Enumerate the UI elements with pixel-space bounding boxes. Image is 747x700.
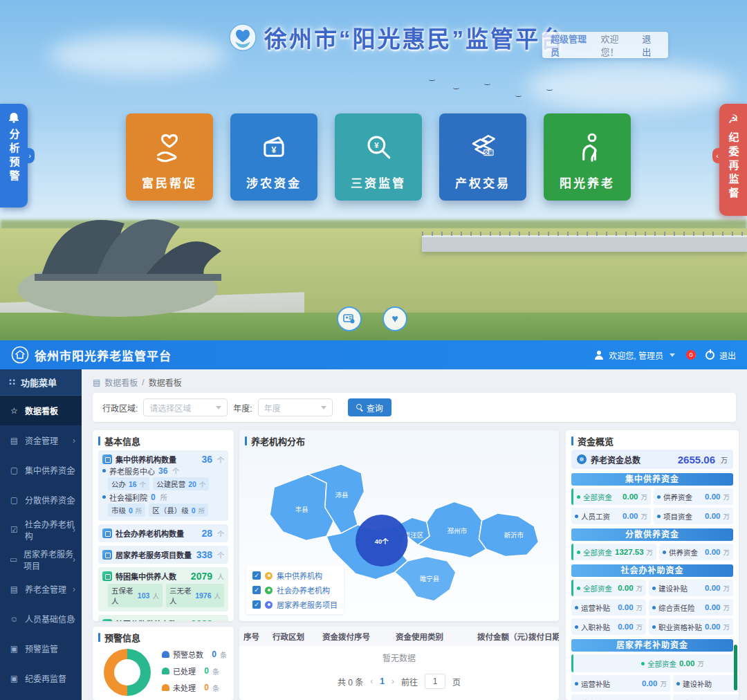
district-label: 丰县 — [295, 506, 308, 513]
tile-fumin-bangcu[interactable]: 富民帮促 — [126, 113, 213, 201]
funds-table-panel: 序号 行政区划 资金拨付序号 资金使用类别 拨付金额（元） 拨付日期 暂无数据 … — [239, 627, 559, 700]
bullet-icon — [575, 606, 578, 609]
district-label: 新沂市 — [504, 531, 524, 539]
land-trade-icon: 交易 — [463, 128, 502, 167]
search-button[interactable]: 查询 — [348, 398, 391, 416]
tile-sanzi-jianguan[interactable]: ¥ 三资监管 — [335, 113, 422, 201]
district-label: 睢宁县 — [420, 575, 439, 582]
header-welcome[interactable]: 欢迎您, 管理员 — [609, 349, 663, 361]
sidebar-item-centralized-funds[interactable]: ▢ 集中供养资金 › — [0, 455, 82, 485]
sidebar-item-dashboard[interactable]: ☆ 数据看板 — [0, 396, 82, 425]
bell-icon — [162, 684, 169, 691]
building-icon — [102, 528, 112, 538]
chevron-left-icon: ‹ — [712, 148, 722, 163]
chevron-down-icon — [216, 406, 221, 409]
hero-platform-title: 徐州市“阳光惠民”监管平台 — [264, 21, 565, 54]
bird — [429, 77, 435, 81]
main-content: ▤ 数据看板 / 数据看板 行政区域: 请选择区域 年度: 年度 查询 基本信息 — [82, 369, 747, 700]
discipline-supervision-tab[interactable]: ☭ 纪委再监督 ‹ — [719, 104, 747, 216]
bullet-icon — [652, 606, 656, 609]
legend-social-institutions[interactable]: 社会办养老机构 — [252, 584, 338, 596]
bullet-icon — [641, 662, 645, 665]
bullet-icon — [657, 515, 661, 518]
next-page-button[interactable]: › — [391, 676, 394, 686]
warning-panel-title: 预警信息 — [104, 631, 140, 644]
magnifier-yuan-icon: ¥ — [359, 128, 398, 167]
bird — [484, 82, 490, 85]
sidebar-item-file-library[interactable]: ▢ 文件库 — [0, 693, 82, 700]
bird — [453, 86, 459, 89]
sidebar-item-warning-supervision[interactable]: ▣ 预警监管 — [0, 634, 82, 663]
chevron-right-icon: › — [73, 555, 75, 564]
sidebar-item-pension-mgmt[interactable]: ▤ 养老金管理 › — [0, 574, 82, 604]
section-header-homecare-subsidy: 居家养老补助资金 — [571, 639, 733, 652]
page: 徐州市“阳光惠民”监管平台 超级管理员 欢迎您！ 退出 富民帮促 ¥ — [0, 0, 747, 700]
panel-scrollbar-thumb[interactable] — [734, 645, 737, 690]
filter-bar: 行政区域: 请选择区域 年度: 年度 查询 — [93, 393, 736, 422]
legend-homecare-projects[interactable]: 居家养老服务项目 — [252, 599, 338, 610]
analysis-warning-tab[interactable]: 分析预警 › — [0, 104, 28, 208]
district-label: 沛县 — [335, 491, 349, 499]
hero-user-role: 超级管理员 — [551, 32, 596, 58]
chevron-right-icon: › — [73, 614, 75, 624]
region-filter-label: 行政区域: — [102, 402, 138, 414]
goto-label: 前往 — [401, 676, 418, 688]
stat-chip: 市级0所 — [108, 504, 145, 517]
checkbox-checked-icon[interactable] — [252, 600, 261, 609]
prev-page-button[interactable]: ‹ — [370, 676, 373, 686]
building-icon — [102, 454, 112, 464]
user-avatar-icon — [594, 351, 604, 360]
goto-page-input[interactable] — [425, 674, 445, 689]
elderly-person-icon — [568, 128, 607, 167]
year-select[interactable]: 年度 — [258, 398, 333, 416]
tile-chanquan-jiaoyi[interactable]: 交易 产权交易 — [439, 113, 526, 201]
heart-hands-icon: ♥ — [391, 313, 398, 324]
bell-icon — [8, 112, 20, 123]
fund-item: 政府购买居家服务0.00万 — [571, 694, 670, 700]
bridge — [422, 235, 747, 252]
fund-item: 供养资金0.00万 — [659, 544, 733, 560]
warning-info-panel: 预警信息 预警总数 0 条 已处理 0 条 — [93, 627, 234, 700]
checkbox-checked-icon[interactable] — [252, 586, 261, 594]
logout-button[interactable]: 退出 — [719, 349, 736, 361]
fund-item: 运营补贴0.00万 — [571, 675, 670, 692]
sidebar-item-home-care-projects[interactable]: ▭ 居家养老服务项目 › — [0, 544, 82, 574]
sidebar: ∷ 功能菜单 ☆ 数据看板 ▤ 资金管理 › ▢ 集中供养资金 › ▢ 分散供养… — [0, 369, 82, 700]
wallet-yuan-icon: ¥ — [255, 128, 293, 167]
hero-quick-icons: ♥ — [337, 306, 407, 331]
title-bar — [98, 436, 100, 445]
stat-card-centralized-institutions: 集中供养机构数量 36 个 养老服务中心 36 个 公办16个 公建民营20个 — [98, 450, 228, 521]
checkbox-checked-icon[interactable] — [252, 571, 261, 580]
id-card-button[interactable] — [337, 306, 362, 331]
chevron-right-icon: › — [73, 525, 75, 535]
care-heart-button[interactable]: ♥ — [382, 306, 407, 331]
page-unit-label: 页 — [452, 676, 461, 688]
title-bar — [245, 436, 247, 445]
tile-shenong-zijin[interactable]: ¥ 涉农资金 — [230, 113, 317, 201]
bell-icon — [162, 667, 169, 674]
bullet-icon — [657, 495, 661, 499]
region-select[interactable]: 请选择区域 — [143, 398, 228, 416]
fund-item: 运营补贴0.00万 — [571, 599, 646, 616]
coins-icon: ▤ — [9, 436, 19, 445]
screen-icon: ▣ — [9, 644, 19, 654]
tile-yangguang-yanglao[interactable]: 阳光养老 — [544, 113, 631, 201]
table-empty-state: 暂无数据 — [239, 646, 559, 671]
platform-logo-icon — [228, 23, 257, 52]
bird — [546, 87, 553, 91]
sidebar-item-social-institutions[interactable]: ☑ 社会办养老机构 › — [0, 515, 82, 544]
hero-logout-button[interactable]: 退出 — [642, 32, 660, 58]
fund-item: 建设补贴0.00万 — [649, 580, 733, 596]
sidebar-item-discipline-supervision[interactable]: ▣ 纪委再监督 — [0, 663, 82, 693]
sidebar-item-funds-mgmt[interactable]: ▤ 资金管理 › — [0, 425, 82, 455]
sidebar-item-decentralized-funds[interactable]: ▢ 分散供养资金 › — [0, 485, 82, 515]
legend-centralized-institutions[interactable]: 集中供养机构 — [252, 570, 338, 581]
pagination-total: 共 0 条 — [338, 676, 363, 688]
basic-info-panel: 基本信息 集中供养机构数量 36 个 养老服务中心 36 个 公 — [93, 430, 234, 621]
fund-item: 全部资金1327.53万 — [571, 544, 656, 560]
cloud — [526, 62, 733, 111]
sidebar-item-personnel-info[interactable]: ☺ 人员基础信息 › — [0, 604, 82, 634]
stat-chip: 区（县）级0所 — [149, 504, 208, 517]
page-number-button[interactable]: 1 — [380, 676, 385, 686]
bullet-icon — [575, 682, 578, 685]
